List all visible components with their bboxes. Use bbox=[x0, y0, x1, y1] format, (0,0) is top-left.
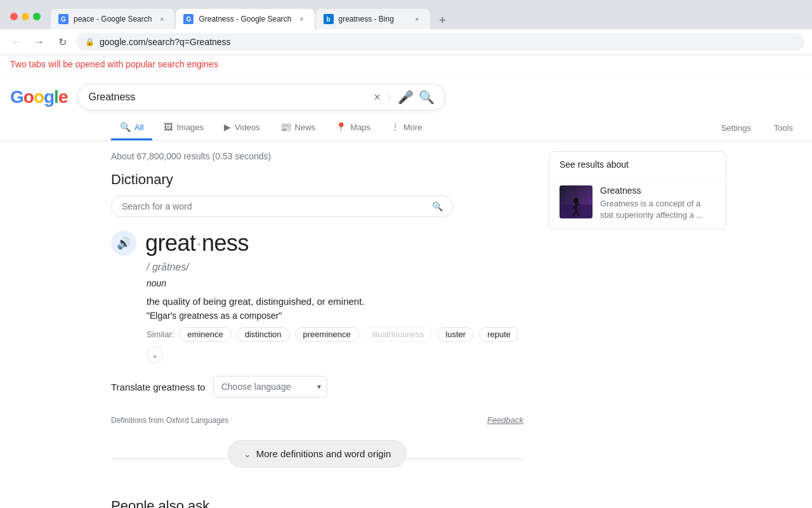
tab-favicon-1: G bbox=[58, 14, 69, 24]
search-icon[interactable]: 🔍 bbox=[419, 90, 435, 105]
word-dot: · bbox=[196, 230, 202, 256]
similar-chip-preeminence[interactable]: preeminence bbox=[295, 327, 359, 342]
tab-close-1[interactable]: × bbox=[157, 14, 167, 24]
right-panel: See results about bbox=[549, 141, 726, 508]
speaker-button[interactable]: 🔊 bbox=[111, 231, 136, 256]
chevron-down-icon: ⌄ bbox=[244, 449, 251, 459]
oxford-footer: Definitions from Oxford Languages Feedba… bbox=[111, 410, 523, 430]
see-results-item-desc: Greatness is a concept of a stat superio… bbox=[600, 198, 716, 221]
news-icon: 📰 bbox=[280, 122, 291, 132]
word-entry: 🔊 great·ness bbox=[111, 230, 523, 257]
tab-title-3: greatness - Bing bbox=[339, 15, 407, 23]
definition-example: "Elgar's greatness as a composer" bbox=[147, 311, 523, 321]
search-input[interactable] bbox=[88, 91, 369, 103]
nav-more-label: More bbox=[403, 123, 422, 132]
definition-text: the quality of being great, distinguishe… bbox=[147, 296, 523, 307]
logo-g2: g bbox=[44, 87, 54, 107]
results-area: About 67,800,000 results (0.53 seconds) … bbox=[0, 141, 812, 508]
dict-search-input[interactable] bbox=[122, 201, 427, 211]
tab-greatness-bing[interactable]: b greatness - Bing × bbox=[316, 9, 430, 29]
maximize-button[interactable] bbox=[33, 13, 41, 20]
see-results-item-title: Greatness bbox=[600, 185, 716, 196]
address-bar-row: ← → ↻ 🔒 google.com/search?q=Greatness bbox=[0, 29, 812, 55]
forward-button[interactable]: → bbox=[30, 33, 48, 51]
nav-all-label: All bbox=[134, 123, 143, 132]
more-definitions-button[interactable]: ⌄ More definitions and word origin bbox=[228, 440, 407, 467]
tab-peace[interactable]: G peace - Google Search × bbox=[51, 9, 174, 29]
part-of-speech: noun bbox=[147, 278, 523, 288]
lock-icon: 🔒 bbox=[85, 37, 95, 46]
dictionary-title: Dictionary bbox=[111, 171, 523, 188]
main-results: About 67,800,000 results (0.53 seconds) … bbox=[111, 141, 523, 508]
maps-icon: 📍 bbox=[336, 122, 346, 132]
word-suffix: ness bbox=[202, 230, 249, 256]
see-results-content: Greatness Greatness is a concept of a st… bbox=[600, 185, 716, 221]
logo-o2: o bbox=[34, 87, 44, 107]
new-tab-button[interactable]: + bbox=[434, 11, 452, 29]
logo-o1: o bbox=[23, 87, 34, 107]
speaker-icon: 🔊 bbox=[117, 236, 131, 250]
divider: | bbox=[388, 92, 391, 102]
translate-select-wrapper[interactable]: Choose language Spanish French German Ch… bbox=[213, 376, 327, 398]
word-heading: great·ness bbox=[145, 230, 249, 257]
logo-e: e bbox=[58, 87, 68, 107]
close-button[interactable] bbox=[10, 13, 18, 20]
tab-title-2: Greatness - Google Search bbox=[199, 15, 291, 23]
settings-link[interactable]: Settings bbox=[712, 117, 760, 139]
tools-link[interactable]: Tools bbox=[765, 117, 802, 139]
google-logo[interactable]: Google bbox=[10, 87, 67, 107]
divider-row: ⌄ More definitions and word origin bbox=[111, 435, 523, 483]
oxford-text: Definitions from Oxford Languages bbox=[111, 416, 228, 425]
nav-maps-label: Maps bbox=[350, 123, 370, 132]
divider-right bbox=[407, 458, 523, 459]
svg-point-2 bbox=[573, 197, 579, 204]
translate-label: Translate greatness to bbox=[111, 382, 206, 392]
address-input[interactable]: 🔒 google.com/search?q=Greatness bbox=[76, 33, 804, 51]
google-header: Google × | 🎤 🔍 bbox=[0, 74, 812, 110]
back-button[interactable]: ← bbox=[8, 33, 25, 51]
all-icon: 🔍 bbox=[120, 122, 131, 132]
definition-area: the quality of being great, distinguishe… bbox=[147, 296, 523, 321]
tab-favicon-3: b bbox=[324, 14, 334, 24]
search-nav: 🔍 All 🖼 Images ▶ Videos 📰 News 📍 Maps ⋮ bbox=[0, 110, 812, 141]
similar-chip-luster[interactable]: luster bbox=[437, 327, 474, 342]
microphone-icon[interactable]: 🎤 bbox=[398, 90, 414, 105]
word-text: great bbox=[145, 230, 196, 256]
see-results-item[interactable]: Greatness Greatness is a concept of a st… bbox=[549, 178, 726, 229]
nav-images[interactable]: 🖼 Images bbox=[155, 116, 213, 140]
dict-search-icon: 🔍 bbox=[432, 201, 443, 211]
language-select[interactable]: Choose language Spanish French German Ch… bbox=[213, 376, 327, 398]
results-stats: About 67,800,000 results (0.53 seconds) bbox=[111, 141, 523, 166]
divider-left bbox=[111, 458, 228, 459]
search-box[interactable]: × | 🎤 🔍 bbox=[77, 84, 445, 110]
dict-search-box[interactable]: 🔍 bbox=[111, 196, 454, 217]
more-definitions-label: More definitions and word origin bbox=[256, 448, 391, 459]
logo-l: l bbox=[54, 87, 58, 107]
minimize-button[interactable] bbox=[22, 13, 29, 20]
reload-button[interactable]: ↻ bbox=[53, 33, 71, 51]
nav-all[interactable]: 🔍 All bbox=[111, 116, 152, 140]
address-text: google.com/search?q=Greatness bbox=[100, 37, 796, 47]
feedback-link[interactable]: Feedback bbox=[487, 415, 523, 425]
nav-videos[interactable]: ▶ Videos bbox=[215, 116, 269, 140]
similar-label: Similar: bbox=[147, 330, 174, 339]
tab-close-2[interactable]: × bbox=[297, 14, 307, 24]
similar-chip-illustriousness[interactable]: illustriousness bbox=[364, 327, 433, 342]
nav-right: Settings Tools bbox=[712, 117, 802, 139]
dictionary-section: Dictionary 🔍 🔊 great·ness bbox=[111, 166, 523, 493]
see-results-header: See results about bbox=[549, 152, 726, 178]
nav-more[interactable]: ⋮ More bbox=[382, 116, 431, 140]
nav-news[interactable]: 📰 News bbox=[272, 116, 325, 140]
tab-greatness-google[interactable]: G Greatness - Google Search × bbox=[176, 9, 314, 29]
similar-row: Similar: eminence distinction preeminenc… bbox=[147, 327, 523, 363]
tab-title-1: peace - Google Search bbox=[74, 15, 152, 23]
similar-chip-distinction[interactable]: distinction bbox=[237, 327, 290, 342]
phonetic: / grātnes/ bbox=[147, 262, 523, 273]
nav-maps[interactable]: 📍 Maps bbox=[327, 116, 379, 140]
similar-more-button[interactable]: ⌄ bbox=[147, 347, 163, 363]
search-clear-button[interactable]: × bbox=[374, 91, 381, 104]
tab-close-3[interactable]: × bbox=[412, 14, 422, 24]
paa-title: People also ask bbox=[111, 498, 523, 508]
similar-chip-eminence[interactable]: eminence bbox=[179, 327, 231, 342]
similar-chip-repute[interactable]: repute bbox=[479, 327, 519, 342]
